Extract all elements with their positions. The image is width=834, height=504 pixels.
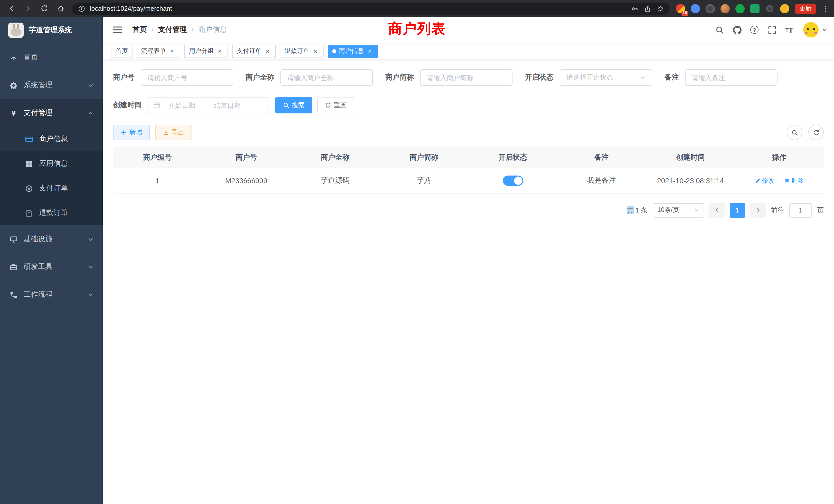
bookmark-star-icon[interactable] — [656, 4, 664, 13]
sidebar-item-pay-order[interactable]: 支付订单 — [0, 176, 103, 201]
sidebar-item-label: 系统管理 — [24, 81, 52, 90]
breadcrumb-payment[interactable]: 支付管理 — [158, 25, 187, 35]
toolbox-icon — [9, 263, 18, 271]
cell-merchant-no: M233666999 — [202, 168, 291, 193]
page-size-select[interactable]: 10条/页 — [653, 203, 704, 217]
status-select[interactable]: 请选择开启状态 — [560, 69, 652, 86]
sidebar-item-home[interactable]: 首页 — [0, 44, 103, 71]
delete-link[interactable]: 删除 — [784, 176, 804, 185]
extension-icon-6[interactable] — [750, 4, 760, 13]
start-date-input[interactable] — [162, 101, 201, 109]
create-time-label: 创建时间 — [113, 100, 142, 110]
share-icon[interactable] — [643, 4, 652, 13]
search-button[interactable]: 搜索 — [275, 97, 312, 113]
tabs-bar: 首页 流程表单 × 用户分组 × 支付订单 × 退款订单 × — [103, 43, 834, 60]
extension-icon-5[interactable] — [736, 4, 745, 13]
goto-page-input[interactable] — [789, 203, 812, 217]
extension-icon-8[interactable] — [780, 4, 789, 13]
forward-icon[interactable] — [23, 3, 33, 14]
extension-icon-2[interactable] — [691, 4, 700, 13]
extension-icon-4[interactable] — [721, 4, 730, 13]
sidebar-item-system[interactable]: 系统管理 — [0, 71, 103, 99]
sidebar-item-dev-tools[interactable]: 研发工具 — [0, 253, 103, 281]
address-bar[interactable]: localhost:1024/pay/merchant — [72, 2, 670, 15]
tab-user-group[interactable]: 用户分组 × — [184, 44, 228, 58]
sidebar-item-merchant-info[interactable]: 商户信息 — [0, 127, 103, 152]
next-page-button[interactable] — [750, 203, 766, 217]
sidebar-item-workflow[interactable]: 工作流程 — [0, 281, 103, 308]
help-icon[interactable]: ? — [747, 22, 762, 38]
sidebar-item-payment[interactable]: ¥ 支付管理 — [0, 99, 103, 127]
end-date-input[interactable] — [208, 101, 247, 109]
refresh-table-button[interactable] — [808, 125, 824, 140]
grid-icon — [25, 160, 34, 167]
col-remark: 备注 — [557, 147, 646, 168]
close-icon[interactable]: × — [366, 47, 373, 55]
sidebar-item-label: 退款订单 — [39, 208, 68, 217]
avatar[interactable] — [803, 22, 818, 38]
page-1-button[interactable]: 1 — [730, 203, 745, 217]
short-name-input[interactable] — [420, 69, 512, 86]
add-button-label: 新增 — [129, 128, 142, 137]
logo-image — [8, 23, 24, 38]
key-icon[interactable] — [630, 4, 639, 13]
tab-merchant-info[interactable]: 商户信息 × — [328, 44, 378, 58]
hamburger-icon[interactable] — [110, 26, 125, 34]
sidebar-menu: 首页 系统管理 ¥ 支付管理 — [0, 44, 103, 504]
export-button[interactable]: 导出 — [155, 125, 192, 140]
home-icon[interactable] — [56, 3, 66, 14]
filter-row-1: 商户号 商户全称 商户简称 开启状态 请选择开启状态 — [113, 69, 824, 86]
status-toggle[interactable] — [503, 176, 523, 186]
back-icon[interactable] — [6, 3, 17, 14]
close-icon[interactable]: × — [216, 47, 223, 55]
toggle-search-button[interactable] — [787, 125, 802, 140]
tab-home[interactable]: 首页 — [111, 44, 132, 58]
col-actions: 操作 — [735, 147, 824, 168]
sidebar-item-refund-order[interactable]: 退款订单 — [0, 201, 103, 225]
search-icon — [283, 102, 289, 108]
sidebar-item-app-info[interactable]: 应用信息 — [0, 152, 103, 176]
reload-icon[interactable] — [39, 3, 49, 14]
caret-down-icon[interactable] — [822, 27, 827, 32]
full-name-input[interactable] — [280, 69, 373, 86]
browser-update-button[interactable]: 更新 — [795, 3, 816, 14]
close-icon[interactable]: × — [312, 47, 319, 55]
remark-input[interactable] — [685, 69, 777, 86]
add-button[interactable]: 新增 — [113, 125, 150, 140]
browser-toolbar: localhost:1024/pay/merchant 10 更新 ⋮ — [0, 0, 834, 17]
tab-process-form[interactable]: 流程表单 × — [137, 44, 180, 58]
github-icon[interactable] — [729, 22, 745, 38]
app-logo[interactable]: 芋道管理系统 — [0, 17, 103, 44]
target-icon — [25, 184, 34, 192]
browser-menu-icon[interactable]: ⋮ — [822, 4, 828, 13]
col-create-time: 创建时间 — [646, 147, 735, 168]
search-icon[interactable] — [712, 22, 727, 38]
page-content: 商户号 商户全称 商户简称 开启状态 请选择开启状态 — [103, 60, 834, 504]
sidebar-item-label: 首页 — [24, 53, 38, 62]
reset-button[interactable]: 重置 — [317, 97, 354, 113]
extension-icon-3[interactable] — [706, 4, 715, 13]
breadcrumb-current: 商户信息 — [198, 25, 227, 35]
close-icon[interactable]: × — [264, 47, 271, 55]
sidebar-item-infrastructure[interactable]: 基础设施 — [0, 225, 103, 253]
info-icon[interactable] — [77, 4, 86, 13]
page-size-value: 10条/页 — [657, 206, 679, 214]
breadcrumb-home[interactable]: 首页 — [132, 25, 147, 35]
cell-status — [468, 168, 557, 193]
url-text[interactable]: localhost:1024/pay/merchant — [90, 5, 626, 12]
merchant-no-input[interactable] — [141, 69, 233, 86]
tab-pay-order[interactable]: 支付订单 × — [232, 44, 276, 58]
prev-page-button[interactable] — [709, 203, 725, 217]
status-label: 开启状态 — [525, 73, 554, 82]
fullscreen-icon[interactable] — [764, 22, 780, 38]
edit-link[interactable]: 修改 — [755, 176, 774, 185]
sidebar-item-label: 基础设施 — [24, 234, 52, 244]
create-time-range[interactable]: - — [148, 97, 269, 113]
extension-icon-7[interactable] — [765, 4, 774, 13]
screen: localhost:1024/pay/merchant 10 更新 ⋮ — [0, 0, 834, 504]
font-size-icon[interactable]: TT — [782, 22, 797, 38]
extension-icon-1[interactable]: 10 — [676, 4, 685, 13]
tab-refund-order[interactable]: 退款订单 × — [280, 44, 324, 58]
col-full-name: 商户全称 — [291, 147, 379, 168]
close-icon[interactable]: × — [169, 47, 176, 55]
